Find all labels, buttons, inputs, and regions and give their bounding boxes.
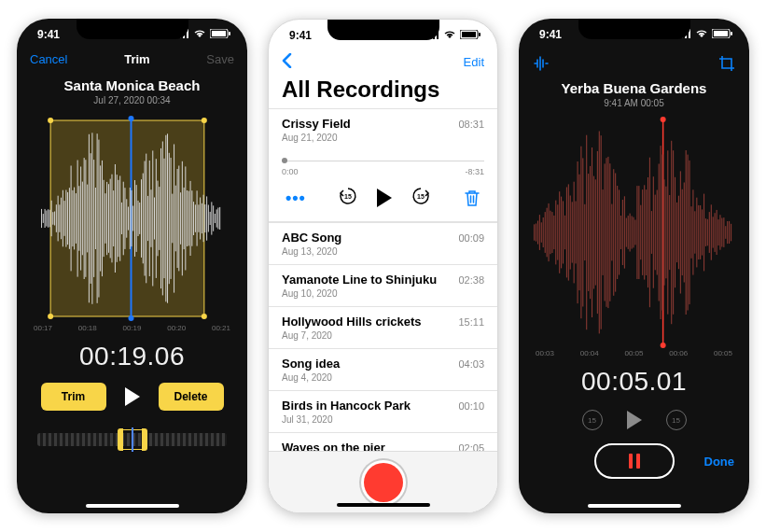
skip-forward-15-button[interactable]: 15 xyxy=(666,410,687,430)
svg-rect-146 xyxy=(537,221,538,245)
svg-rect-63 xyxy=(119,175,120,260)
svg-rect-240 xyxy=(707,219,708,245)
svg-rect-110 xyxy=(197,190,198,245)
svg-rect-85 xyxy=(156,159,157,278)
svg-rect-130 xyxy=(462,32,476,37)
svg-rect-155 xyxy=(553,216,554,249)
svg-rect-164 xyxy=(570,196,571,270)
recording-name: Song idea xyxy=(282,357,340,371)
svg-rect-249 xyxy=(723,217,724,247)
crop-button[interactable] xyxy=(717,54,736,73)
svg-rect-19 xyxy=(48,209,49,227)
mini-scrubber[interactable] xyxy=(37,424,227,452)
svg-rect-225 xyxy=(680,171,681,293)
recording-subtitle: 9:41 AM 00:05 xyxy=(528,98,740,108)
svg-rect-118 xyxy=(210,212,211,225)
svg-rect-252 xyxy=(729,221,730,244)
svg-rect-20 xyxy=(49,210,50,228)
svg-rect-241 xyxy=(709,212,710,253)
tick: 00:06 xyxy=(669,349,688,357)
waveform-record-area[interactable] xyxy=(519,116,749,349)
play-button[interactable] xyxy=(627,411,642,429)
svg-rect-99 xyxy=(178,166,179,272)
svg-rect-131 xyxy=(479,33,480,36)
svg-rect-174 xyxy=(588,174,589,291)
battery-icon xyxy=(210,28,230,41)
recording-name: Hollywood Hills crickets xyxy=(282,315,422,329)
home-indicator[interactable] xyxy=(337,503,430,507)
svg-rect-166 xyxy=(574,182,575,284)
svg-rect-66 xyxy=(124,188,125,249)
svg-rect-167 xyxy=(576,202,577,264)
play-button[interactable] xyxy=(377,189,392,207)
svg-rect-172 xyxy=(584,204,585,260)
svg-rect-104 xyxy=(187,190,188,246)
home-indicator[interactable] xyxy=(86,504,179,508)
home-indicator[interactable] xyxy=(588,504,681,508)
svg-rect-156 xyxy=(555,201,556,265)
recording-row[interactable]: Birds in Hancock ParkJul 31, 202000:10 xyxy=(269,390,497,432)
delete-button[interactable]: Delete xyxy=(159,383,224,411)
recording-row-expanded[interactable]: Crissy Field Aug 21, 2020 08:31 xyxy=(269,108,497,150)
svg-point-10 xyxy=(202,118,207,123)
enhance-button[interactable] xyxy=(532,54,550,73)
skip-back-15-button[interactable]: 15 xyxy=(338,186,358,210)
svg-rect-145 xyxy=(536,224,536,242)
svg-rect-65 xyxy=(123,182,124,256)
svg-rect-170 xyxy=(580,147,581,319)
recording-name: ABC Song xyxy=(282,231,341,245)
recording-row[interactable]: Hollywood Hills cricketsAug 7, 202015:11 xyxy=(269,306,497,348)
edit-button[interactable]: Edit xyxy=(464,55,484,69)
record-button[interactable] xyxy=(364,463,403,502)
svg-rect-30 xyxy=(65,190,66,247)
recording-row[interactable]: Yamanote Line to ShinjukuAug 10, 202002:… xyxy=(269,264,497,306)
svg-rect-233 xyxy=(694,211,695,253)
wifi-icon xyxy=(695,28,708,41)
delete-button[interactable] xyxy=(464,189,480,207)
svg-rect-195 xyxy=(626,218,627,247)
recording-row[interactable]: ABC SongAug 13, 202000:09 xyxy=(269,222,497,264)
svg-rect-217 xyxy=(665,187,666,279)
svg-rect-178 xyxy=(595,179,596,285)
skip-forward-15-button[interactable]: 15 xyxy=(411,186,431,210)
svg-point-13 xyxy=(128,116,133,121)
recording-row[interactable]: Song ideaAug 4, 202004:03 xyxy=(269,348,497,390)
play-button[interactable] xyxy=(125,387,140,406)
save-button[interactable]: Save xyxy=(206,52,234,66)
svg-rect-175 xyxy=(590,166,591,299)
svg-rect-247 xyxy=(719,215,720,250)
skip-back-15-button[interactable]: 15 xyxy=(582,410,603,430)
svg-rect-245 xyxy=(717,210,717,255)
back-button[interactable] xyxy=(282,53,293,71)
recording-duration: 04:03 xyxy=(458,358,484,370)
svg-rect-97 xyxy=(175,186,176,252)
svg-rect-250 xyxy=(725,226,726,239)
svg-rect-114 xyxy=(203,195,204,243)
svg-rect-29 xyxy=(64,201,65,236)
svg-rect-56 xyxy=(108,184,109,253)
svg-rect-41 xyxy=(84,158,85,279)
pause-button[interactable] xyxy=(594,443,675,479)
notch xyxy=(327,20,439,40)
playback-scrubber[interactable] xyxy=(282,156,484,165)
svg-rect-37 xyxy=(77,161,78,277)
svg-rect-57 xyxy=(110,179,111,259)
more-options-button[interactable]: ••• xyxy=(286,194,306,202)
svg-rect-53 xyxy=(104,180,104,257)
svg-rect-253 xyxy=(731,224,731,241)
svg-rect-183 xyxy=(605,163,606,301)
waveform-trim-area[interactable] xyxy=(17,113,247,324)
svg-rect-215 xyxy=(662,155,662,311)
status-time: 9:41 xyxy=(289,29,312,42)
svg-rect-208 xyxy=(649,158,650,308)
svg-rect-67 xyxy=(126,199,127,237)
done-button[interactable]: Done xyxy=(704,455,735,469)
svg-rect-176 xyxy=(592,147,592,317)
svg-rect-157 xyxy=(557,204,558,259)
svg-rect-38 xyxy=(78,186,79,251)
svg-rect-116 xyxy=(206,196,207,240)
trim-button[interactable]: Trim xyxy=(41,383,106,411)
cancel-button[interactable]: Cancel xyxy=(30,52,67,66)
svg-rect-111 xyxy=(198,204,199,232)
svg-rect-165 xyxy=(572,202,573,262)
